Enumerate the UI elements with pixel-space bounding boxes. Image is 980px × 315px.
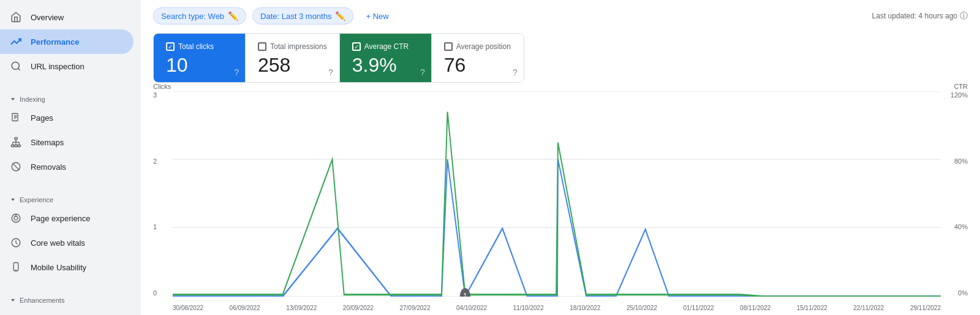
section-enhancements: Enhancements [0, 289, 141, 306]
metric-value-position: 76 [444, 55, 511, 76]
metric-card-average-position[interactable]: Average position 76 ? [432, 34, 524, 82]
sidebar: Overview Performance URL inspection Inde… [0, 0, 141, 315]
edit-date-icon: ✏️ [335, 11, 345, 21]
sidebar-item-core-web-vitals[interactable]: Core web vitals [0, 230, 134, 255]
sidebar-item-sitelinks-searchbox[interactable]: Sitelinks searchbox [0, 306, 134, 315]
chart-y-labels-left: 3 2 1 0 [153, 91, 170, 297]
sidebar-item-label: Sitemaps [31, 138, 64, 147]
metric-card-average-ctr[interactable]: ✓ Average CTR 3.9% ? [340, 34, 432, 82]
chart-svg-container: 1 [173, 91, 941, 297]
sitelinks-searchbox-icon [10, 313, 22, 315]
svg-point-20 [14, 216, 18, 220]
metric-checkbox-position[interactable] [444, 42, 453, 51]
metric-label-ctr: Average CTR [364, 42, 409, 51]
svg-marker-18 [11, 199, 15, 201]
sidebar-item-url-inspection[interactable]: URL inspection [0, 54, 134, 78]
svg-rect-7 [15, 138, 18, 140]
svg-line-17 [12, 163, 19, 170]
sidebar-item-sitemaps[interactable]: Sitemaps [0, 130, 134, 154]
sidebar-item-label: Pages [31, 113, 53, 123]
home-icon [10, 11, 22, 23]
date-filter[interactable]: Date: Last 3 months ✏️ [252, 7, 353, 25]
sidebar-item-pages[interactable]: Pages [0, 105, 134, 130]
svg-line-1 [18, 68, 20, 70]
main-content: Search type: Web ✏️ Date: Last 3 months … [141, 0, 980, 315]
sidebar-item-label: URL inspection [31, 62, 85, 71]
metric-help-ctr[interactable]: ? [420, 67, 425, 77]
core-web-vitals-icon [10, 237, 22, 249]
mobile-usability-icon [10, 261, 22, 273]
sidebar-item-label: Page experience [31, 214, 91, 223]
metric-value-impressions: 258 [258, 55, 327, 76]
svg-rect-8 [12, 145, 15, 147]
metric-help-impressions[interactable]: ? [328, 67, 333, 77]
last-updated: Last updated: 4 hours ago ⓘ [872, 10, 968, 21]
section-experience: Experience [0, 189, 141, 206]
search-type-filter[interactable]: Search type: Web ✏️ [153, 7, 246, 25]
date-label: Date: Last 3 months [260, 12, 331, 21]
page-experience-icon [10, 212, 22, 224]
svg-point-0 [12, 62, 19, 69]
metric-label-position: Average position [456, 42, 511, 51]
search-type-label: Search type: Web [161, 12, 224, 21]
sidebar-item-mobile-usability[interactable]: Mobile Usability [0, 255, 134, 279]
metric-card-total-clicks[interactable]: ✓ Total clicks 10 ? [154, 34, 246, 82]
chart-area: Clicks CTR 3 2 1 0 120% 80% 40% 0% [153, 83, 968, 315]
edit-search-type-icon: ✏️ [228, 11, 238, 21]
new-button-label: + New [366, 12, 388, 21]
sidebar-item-label: Core web vitals [31, 238, 85, 248]
metric-label-impressions: Total impressions [270, 42, 327, 51]
svg-rect-10 [18, 145, 21, 147]
sidebar-item-label: Mobile Usability [31, 263, 86, 272]
svg-rect-9 [15, 145, 18, 147]
sitemaps-icon [10, 136, 22, 148]
metric-checkbox-ctr[interactable]: ✓ [352, 42, 361, 51]
chart-y-axis-left-label: Clicks [153, 83, 171, 90]
sidebar-item-performance[interactable]: Performance [0, 29, 134, 54]
chart-y-axis-right-label: CTR [954, 83, 968, 90]
metric-card-total-impressions[interactable]: Total impressions 258 ? [246, 34, 340, 82]
sidebar-item-label: Overview [31, 13, 64, 22]
removals-icon [10, 161, 22, 173]
sidebar-item-label: Performance [31, 37, 79, 47]
help-circle-icon: ⓘ [960, 10, 968, 21]
metric-label-clicks: Total clicks [178, 42, 214, 51]
trending-up-icon [10, 36, 22, 48]
pages-icon [10, 112, 22, 124]
metric-cards: ✓ Total clicks 10 ? Total impressions 25… [153, 33, 524, 83]
svg-marker-2 [11, 98, 15, 101]
last-updated-text: Last updated: 4 hours ago [872, 12, 957, 20]
metric-checkbox-impressions[interactable] [258, 42, 266, 51]
search-icon [10, 60, 22, 72]
chart-y-labels-right: 120% 80% 40% 0% [943, 91, 968, 297]
metric-checkbox-clicks[interactable]: ✓ [166, 42, 175, 51]
metric-value-clicks: 10 [166, 55, 233, 76]
sidebar-item-page-experience[interactable]: Page experience [0, 206, 134, 230]
metric-help-clicks[interactable]: ? [234, 67, 239, 77]
section-indexing: Indexing [0, 88, 141, 105]
svg-marker-25 [11, 299, 15, 302]
sidebar-item-overview[interactable]: Overview [0, 5, 134, 29]
svg-text:1: 1 [464, 291, 467, 297]
chart-x-axis: 30/08/2022 06/09/2022 13/09/2022 20/09/2… [173, 305, 941, 311]
sidebar-item-removals[interactable]: Removals [0, 154, 134, 179]
metric-help-position[interactable]: ? [513, 67, 518, 77]
toolbar: Search type: Web ✏️ Date: Last 3 months … [153, 7, 968, 25]
metric-value-ctr: 3.9% [352, 55, 419, 76]
sidebar-item-label: Removals [31, 162, 66, 172]
new-filter-button[interactable]: + New [360, 9, 394, 24]
